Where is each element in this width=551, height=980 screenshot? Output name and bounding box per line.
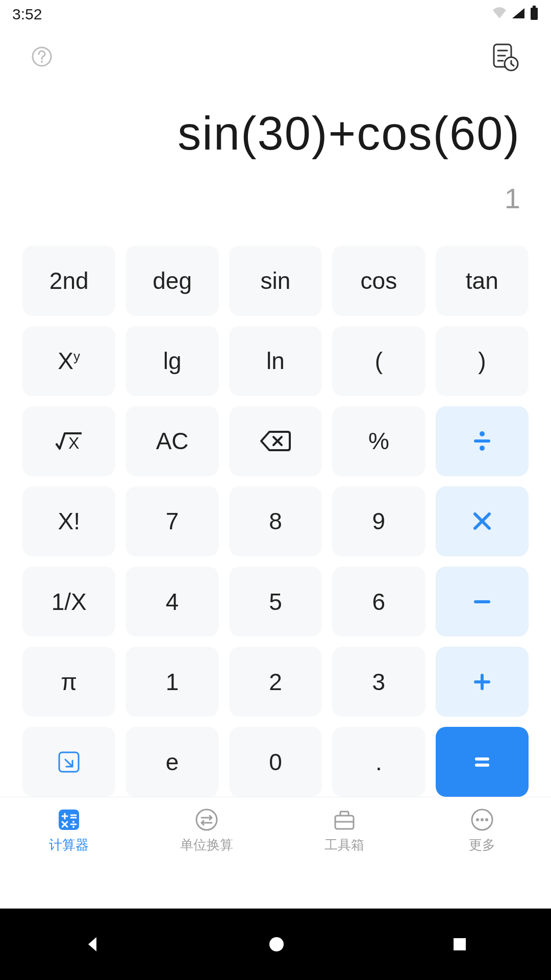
- key-equals[interactable]: [436, 727, 529, 797]
- key-cos[interactable]: cos: [332, 246, 425, 315]
- key-1[interactable]: 1: [126, 647, 218, 717]
- key-0[interactable]: 0: [229, 727, 322, 797]
- collapse-icon: [56, 749, 82, 775]
- system-nav-bar: [0, 909, 551, 980]
- nav-more[interactable]: 更多: [413, 797, 551, 863]
- history-icon[interactable]: [488, 40, 520, 73]
- convert-icon: [193, 806, 220, 833]
- key-percent[interactable]: %: [332, 406, 425, 476]
- key-power-label: Xy: [58, 347, 80, 375]
- svg-rect-21: [481, 674, 484, 690]
- minus-icon: [471, 591, 493, 613]
- svg-rect-23: [475, 757, 489, 761]
- key-e[interactable]: e: [126, 727, 218, 797]
- svg-rect-19: [474, 600, 490, 603]
- key-5[interactable]: 5: [229, 567, 322, 636]
- key-lg[interactable]: lg: [126, 326, 218, 396]
- nav-calculator[interactable]: 计算器: [0, 797, 138, 863]
- svg-point-3: [41, 61, 43, 63]
- nav-more-label: 更多: [469, 836, 495, 854]
- sys-back-button[interactable]: [81, 933, 104, 955]
- key-8[interactable]: 8: [229, 486, 322, 556]
- top-toolbar: [0, 29, 551, 85]
- key-6[interactable]: 6: [332, 567, 425, 636]
- key-pi[interactable]: π: [22, 647, 115, 717]
- key-3[interactable]: 3: [332, 647, 425, 717]
- wifi-off-icon: [492, 6, 507, 23]
- key-minus[interactable]: [436, 567, 529, 636]
- screen: 3:52 sin(30)+cos(60) 1: [0, 0, 551, 980]
- svg-rect-0: [531, 8, 538, 20]
- calculator-icon: [56, 806, 82, 833]
- key-plus[interactable]: [436, 647, 529, 717]
- key-sqrt[interactable]: X: [22, 406, 115, 476]
- key-reciprocal[interactable]: 1/X: [22, 567, 115, 636]
- key-divide[interactable]: [436, 406, 529, 476]
- key-4[interactable]: 4: [126, 567, 218, 636]
- bottom-nav: 计算器 单位换算 工具箱 更多: [0, 797, 551, 863]
- key-7[interactable]: 7: [126, 486, 218, 556]
- multiply-icon: [472, 511, 492, 531]
- plus-icon: [471, 671, 493, 693]
- help-icon[interactable]: [31, 45, 53, 68]
- svg-text:X: X: [68, 434, 79, 452]
- key-9[interactable]: 9: [332, 486, 425, 556]
- key-sin[interactable]: sin: [229, 246, 322, 315]
- svg-rect-1: [533, 6, 536, 8]
- key-multiply[interactable]: [436, 486, 529, 556]
- svg-point-39: [476, 818, 479, 821]
- divide-icon: [470, 429, 494, 453]
- keypad: 2nd deg sin cos tan Xy lg ln ( ) X AC %: [0, 246, 551, 797]
- svg-rect-15: [474, 439, 490, 443]
- result-text: 1: [31, 182, 520, 215]
- svg-point-16: [480, 446, 485, 451]
- key-collapse[interactable]: [22, 727, 115, 797]
- svg-rect-43: [454, 938, 466, 950]
- nav-toolbox[interactable]: 工具箱: [276, 797, 413, 863]
- sys-recent-button[interactable]: [449, 934, 470, 954]
- status-bar: 3:52: [0, 0, 551, 29]
- key-ln[interactable]: ln: [229, 326, 322, 396]
- backspace-icon: [259, 429, 292, 453]
- nav-toolbox-label: 工具箱: [324, 836, 364, 854]
- svg-point-33: [72, 821, 74, 823]
- equals-icon: [471, 751, 493, 773]
- key-power[interactable]: Xy: [22, 326, 115, 396]
- nav-unit-convert-label: 单位换算: [180, 836, 233, 854]
- svg-rect-24: [475, 764, 489, 767]
- battery-icon: [530, 6, 539, 23]
- calculator-app: sin(30)+cos(60) 1 2nd deg sin cos tan Xy…: [0, 29, 551, 909]
- nav-calculator-label: 计算器: [49, 836, 89, 854]
- key-2[interactable]: 2: [229, 647, 322, 717]
- more-icon: [469, 806, 495, 833]
- svg-point-35: [196, 810, 217, 830]
- key-dot[interactable]: .: [332, 727, 425, 797]
- key-deg[interactable]: deg: [126, 246, 218, 315]
- svg-point-34: [72, 826, 74, 828]
- svg-point-41: [485, 818, 488, 821]
- sys-home-button[interactable]: [265, 933, 288, 955]
- svg-point-40: [481, 818, 484, 821]
- key-backspace[interactable]: [229, 406, 322, 476]
- svg-point-14: [480, 431, 485, 436]
- key-clear[interactable]: AC: [126, 406, 218, 476]
- status-icons: [492, 6, 539, 23]
- svg-point-42: [269, 937, 284, 951]
- nav-unit-convert[interactable]: 单位换算: [138, 797, 276, 863]
- signal-icon: [511, 6, 525, 23]
- toolbox-icon: [331, 806, 358, 833]
- key-rparen[interactable]: ): [436, 326, 529, 396]
- key-factorial[interactable]: X!: [22, 486, 115, 556]
- expression-text: sin(30)+cos(60): [31, 105, 520, 161]
- key-2nd[interactable]: 2nd: [22, 246, 115, 315]
- key-tan[interactable]: tan: [436, 246, 529, 315]
- key-lparen[interactable]: (: [332, 326, 425, 396]
- status-time: 3:52: [12, 6, 42, 23]
- display: sin(30)+cos(60) 1: [0, 85, 551, 215]
